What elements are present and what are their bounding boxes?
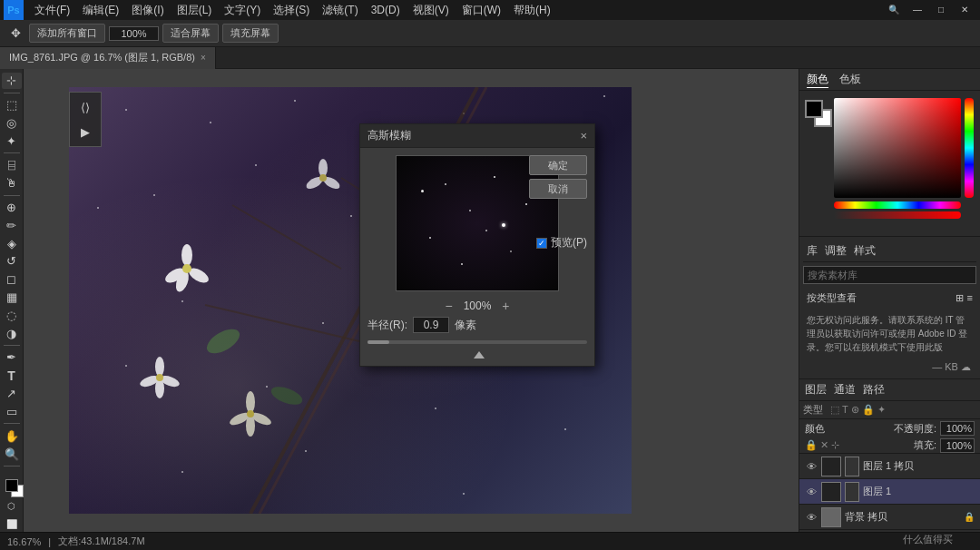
maximize-button[interactable]: □ xyxy=(929,0,953,20)
zoom-input[interactable]: 100% xyxy=(109,26,159,41)
dialog-title-text: 高斯模糊 xyxy=(368,128,411,143)
adjust-tab[interactable]: 调整 xyxy=(825,243,847,259)
menu-image[interactable]: 图像(I) xyxy=(126,0,169,20)
hue-bar[interactable] xyxy=(834,201,961,209)
menu-type[interactable]: 文字(Y) xyxy=(219,0,266,20)
swatch-tab[interactable]: 色板 xyxy=(839,72,861,87)
menu-window[interactable]: 窗口(W) xyxy=(456,0,506,20)
blur-tool[interactable]: ◌ xyxy=(2,308,22,324)
layer-icon-4[interactable]: 🔒 xyxy=(862,404,875,416)
history-brush[interactable]: ↺ xyxy=(2,253,22,270)
cancel-button[interactable]: 取消 xyxy=(529,179,587,199)
color-gradient[interactable] xyxy=(834,98,961,198)
menu-view[interactable]: 视图(V) xyxy=(407,0,455,20)
cross-icon[interactable]: ✕ xyxy=(820,439,828,451)
radius-input[interactable]: 0.9 xyxy=(413,317,449,333)
window-controls: 🔍 — □ ✕ xyxy=(882,0,976,20)
dodge-tool[interactable]: ◑ xyxy=(2,325,22,341)
layer-icon-3[interactable]: ⊛ xyxy=(851,404,859,416)
menu-filter[interactable]: 滤镜(T) xyxy=(317,0,363,20)
layer-item-1[interactable]: 👁 图层 1 xyxy=(799,479,980,505)
channels-tab[interactable]: 通道 xyxy=(834,382,856,398)
tool-separator-6 xyxy=(4,466,20,467)
zoom-tool[interactable]: 🔍 xyxy=(2,446,22,462)
layer-icon-2[interactable]: T xyxy=(842,404,848,416)
menu-help[interactable]: 帮助(H) xyxy=(508,0,556,20)
lasso-tool[interactable]: ◎ xyxy=(2,115,22,132)
preview-checkbox[interactable]: ✓ xyxy=(536,238,547,249)
close-button[interactable]: ✕ xyxy=(953,0,976,20)
menu-file[interactable]: 文件(F) xyxy=(29,0,75,20)
hand-tool[interactable]: ✋ xyxy=(2,427,22,444)
zoom-value: 100% xyxy=(464,300,492,312)
type-tool[interactable]: T xyxy=(2,368,22,384)
zoom-in-btn[interactable]: + xyxy=(498,299,513,313)
gradient-tool[interactable]: ▦ xyxy=(2,290,22,306)
add-all-windows-btn[interactable]: 添加所有窗口 xyxy=(29,24,105,43)
fill-screen-btn[interactable]: 填充屏幕 xyxy=(222,24,279,43)
view-type-label[interactable]: 按类型查看 xyxy=(807,291,857,305)
heal-tool[interactable]: ⊕ xyxy=(2,200,22,216)
move-tool-btn[interactable]: ✥ xyxy=(5,24,25,44)
style-tab[interactable]: 样式 xyxy=(854,243,876,259)
lock-icon[interactable]: 🔒 xyxy=(805,439,818,451)
ok-button[interactable]: 确定 xyxy=(529,155,587,175)
color-tab[interactable]: 颜色 xyxy=(807,72,828,88)
zoom-status: 16.67% xyxy=(7,536,41,547)
move-icon[interactable]: ⊹ xyxy=(831,439,839,451)
shape-tool[interactable]: ▭ xyxy=(2,404,22,420)
layer-eye-1[interactable]: 👁 xyxy=(805,460,818,473)
zoom-out-btn[interactable]: − xyxy=(442,299,456,313)
eraser-tool[interactable]: ◻ xyxy=(2,271,22,288)
layers-list: 👁 图层 1 拷贝 👁 图层 1 👁 背景 拷贝 🔒 xyxy=(799,454,980,532)
svg-line-2 xyxy=(232,205,341,269)
mini-tool-1[interactable]: ⟨⟩ xyxy=(74,96,96,118)
search-icon[interactable]: 🔍 xyxy=(882,0,906,20)
brush-tool[interactable]: ✏ xyxy=(2,217,22,233)
view-icons: ⊞ ≡ xyxy=(956,292,973,304)
opacity-input[interactable] xyxy=(940,421,975,436)
wand-tool[interactable]: ✦ xyxy=(2,133,22,149)
quick-mask[interactable]: ⬡ xyxy=(2,497,22,514)
dialog-body: 确定 取消 ✓ 预览(P) − 100% + 半径(R): 0.9 xyxy=(360,148,594,366)
file-tab[interactable]: IMG_8761.JPG @ 16.7% (图层 1, RGB/8) × xyxy=(0,47,216,69)
menu-edit[interactable]: 编辑(E) xyxy=(77,0,124,20)
layer-item-copy[interactable]: 👁 图层 1 拷贝 xyxy=(799,454,980,479)
menu-select[interactable]: 选择(S) xyxy=(268,0,315,20)
layer-eye-2[interactable]: 👁 xyxy=(805,486,818,498)
dialog-close-btn[interactable]: × xyxy=(580,129,587,142)
library-tab[interactable]: 库 xyxy=(807,243,818,259)
crop-tool[interactable]: ⌸ xyxy=(2,157,22,173)
move-tool[interactable]: ⊹ xyxy=(2,73,22,89)
marquee-tool[interactable]: ⬚ xyxy=(2,97,22,113)
px-label: 像素 xyxy=(455,318,476,333)
clone-tool[interactable]: ◈ xyxy=(2,235,22,251)
opacity-label: 不透明度: xyxy=(894,422,936,436)
grid-view-icon[interactable]: ⊞ xyxy=(956,292,964,304)
path-tool[interactable]: ↗ xyxy=(2,386,22,402)
library-search[interactable] xyxy=(803,266,976,284)
eyedropper-tool[interactable]: 🖱 xyxy=(2,175,22,192)
mini-toolbar: ⟨⟩ ▶ xyxy=(69,92,102,147)
pen-tool[interactable]: ✒ xyxy=(2,349,22,366)
minimize-button[interactable]: — xyxy=(906,0,929,20)
color-panel-header: 颜色 色板 xyxy=(799,69,980,91)
paths-tab[interactable]: 路径 xyxy=(863,382,885,398)
layer-item-bg[interactable]: 👁 背景 拷贝 🔒 xyxy=(799,505,980,530)
dialog-title-bar[interactable]: 高斯模糊 × xyxy=(360,124,594,148)
layer-icon-5[interactable]: ✦ xyxy=(877,404,886,416)
fit-screen-btn[interactable]: 适合屏幕 xyxy=(162,24,219,43)
hue-slider[interactable] xyxy=(965,98,974,198)
screen-mode[interactable]: ⬜ xyxy=(2,516,22,532)
layer-icon-1[interactable]: ⬚ xyxy=(830,404,839,416)
list-view-icon[interactable]: ≡ xyxy=(967,292,973,304)
play-btn[interactable]: ▶ xyxy=(74,121,96,142)
fill-input[interactable] xyxy=(940,438,975,453)
layer-eye-3[interactable]: 👁 xyxy=(805,511,818,524)
menu-bar: Ps 文件(F) 编辑(E) 图像(I) 图层(L) 文字(Y) 选择(S) 滤… xyxy=(0,0,980,20)
tab-close-btn[interactable]: × xyxy=(201,53,206,63)
menu-layer[interactable]: 图层(L) xyxy=(172,0,218,20)
svg-point-7 xyxy=(181,244,192,266)
alpha-bar[interactable] xyxy=(834,211,961,219)
menu-3d[interactable]: 3D(D) xyxy=(366,0,406,20)
